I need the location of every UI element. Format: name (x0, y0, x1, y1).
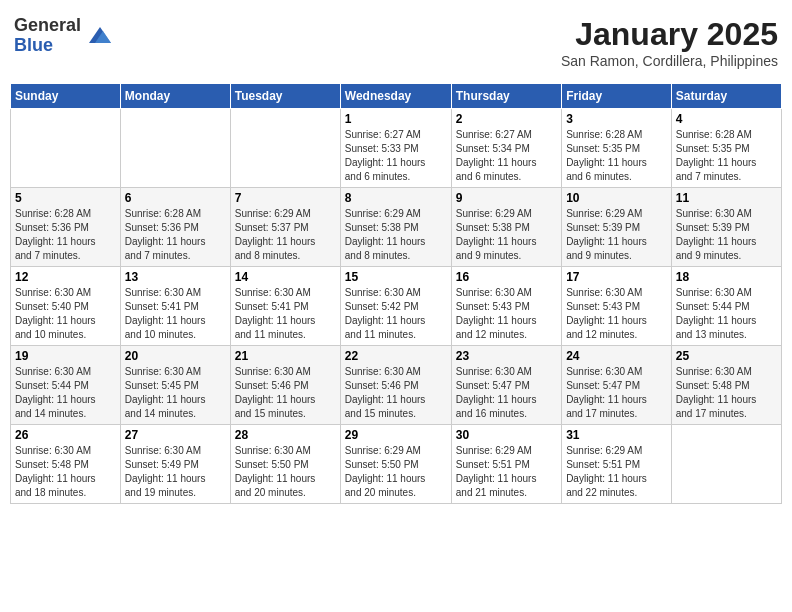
calendar-cell: 12Sunrise: 6:30 AM Sunset: 5:40 PM Dayli… (11, 267, 121, 346)
day-info: Sunrise: 6:30 AM Sunset: 5:40 PM Dayligh… (15, 286, 116, 342)
day-number: 13 (125, 270, 226, 284)
day-info: Sunrise: 6:30 AM Sunset: 5:48 PM Dayligh… (676, 365, 777, 421)
day-number: 10 (566, 191, 667, 205)
day-info: Sunrise: 6:30 AM Sunset: 5:44 PM Dayligh… (15, 365, 116, 421)
day-number: 3 (566, 112, 667, 126)
calendar-cell: 24Sunrise: 6:30 AM Sunset: 5:47 PM Dayli… (562, 346, 672, 425)
day-info: Sunrise: 6:30 AM Sunset: 5:48 PM Dayligh… (15, 444, 116, 500)
day-number: 1 (345, 112, 447, 126)
calendar-cell: 29Sunrise: 6:29 AM Sunset: 5:50 PM Dayli… (340, 425, 451, 504)
calendar-cell: 21Sunrise: 6:30 AM Sunset: 5:46 PM Dayli… (230, 346, 340, 425)
calendar-cell (671, 425, 781, 504)
day-number: 24 (566, 349, 667, 363)
calendar-cell: 10Sunrise: 6:29 AM Sunset: 5:39 PM Dayli… (562, 188, 672, 267)
calendar-cell: 15Sunrise: 6:30 AM Sunset: 5:42 PM Dayli… (340, 267, 451, 346)
day-number: 27 (125, 428, 226, 442)
calendar-header-row: Sunday Monday Tuesday Wednesday Thursday… (11, 84, 782, 109)
calendar-cell: 19Sunrise: 6:30 AM Sunset: 5:44 PM Dayli… (11, 346, 121, 425)
calendar-cell (11, 109, 121, 188)
col-monday: Monday (120, 84, 230, 109)
day-info: Sunrise: 6:27 AM Sunset: 5:33 PM Dayligh… (345, 128, 447, 184)
day-info: Sunrise: 6:29 AM Sunset: 5:51 PM Dayligh… (566, 444, 667, 500)
calendar-cell: 31Sunrise: 6:29 AM Sunset: 5:51 PM Dayli… (562, 425, 672, 504)
day-info: Sunrise: 6:29 AM Sunset: 5:51 PM Dayligh… (456, 444, 557, 500)
day-number: 12 (15, 270, 116, 284)
day-info: Sunrise: 6:28 AM Sunset: 5:35 PM Dayligh… (676, 128, 777, 184)
logo-icon (85, 21, 115, 51)
calendar-cell: 27Sunrise: 6:30 AM Sunset: 5:49 PM Dayli… (120, 425, 230, 504)
day-info: Sunrise: 6:29 AM Sunset: 5:50 PM Dayligh… (345, 444, 447, 500)
calendar-table: Sunday Monday Tuesday Wednesday Thursday… (10, 83, 782, 504)
calendar-week-5: 26Sunrise: 6:30 AM Sunset: 5:48 PM Dayli… (11, 425, 782, 504)
day-number: 19 (15, 349, 116, 363)
col-friday: Friday (562, 84, 672, 109)
day-info: Sunrise: 6:30 AM Sunset: 5:50 PM Dayligh… (235, 444, 336, 500)
month-title: January 2025 (561, 16, 778, 53)
day-info: Sunrise: 6:30 AM Sunset: 5:41 PM Dayligh… (125, 286, 226, 342)
day-info: Sunrise: 6:27 AM Sunset: 5:34 PM Dayligh… (456, 128, 557, 184)
col-sunday: Sunday (11, 84, 121, 109)
day-info: Sunrise: 6:28 AM Sunset: 5:35 PM Dayligh… (566, 128, 667, 184)
calendar-cell: 3Sunrise: 6:28 AM Sunset: 5:35 PM Daylig… (562, 109, 672, 188)
day-number: 11 (676, 191, 777, 205)
day-number: 6 (125, 191, 226, 205)
col-wednesday: Wednesday (340, 84, 451, 109)
calendar-cell: 11Sunrise: 6:30 AM Sunset: 5:39 PM Dayli… (671, 188, 781, 267)
day-info: Sunrise: 6:30 AM Sunset: 5:41 PM Dayligh… (235, 286, 336, 342)
calendar-week-4: 19Sunrise: 6:30 AM Sunset: 5:44 PM Dayli… (11, 346, 782, 425)
day-number: 15 (345, 270, 447, 284)
calendar-cell: 25Sunrise: 6:30 AM Sunset: 5:48 PM Dayli… (671, 346, 781, 425)
day-number: 21 (235, 349, 336, 363)
calendar-cell: 5Sunrise: 6:28 AM Sunset: 5:36 PM Daylig… (11, 188, 121, 267)
day-number: 18 (676, 270, 777, 284)
day-number: 29 (345, 428, 447, 442)
calendar-cell: 6Sunrise: 6:28 AM Sunset: 5:36 PM Daylig… (120, 188, 230, 267)
day-info: Sunrise: 6:28 AM Sunset: 5:36 PM Dayligh… (125, 207, 226, 263)
day-number: 9 (456, 191, 557, 205)
calendar-cell: 20Sunrise: 6:30 AM Sunset: 5:45 PM Dayli… (120, 346, 230, 425)
title-area: January 2025 San Ramon, Cordillera, Phil… (561, 16, 778, 69)
day-info: Sunrise: 6:30 AM Sunset: 5:46 PM Dayligh… (345, 365, 447, 421)
col-saturday: Saturday (671, 84, 781, 109)
calendar-cell: 9Sunrise: 6:29 AM Sunset: 5:38 PM Daylig… (451, 188, 561, 267)
calendar-cell: 1Sunrise: 6:27 AM Sunset: 5:33 PM Daylig… (340, 109, 451, 188)
calendar-cell: 7Sunrise: 6:29 AM Sunset: 5:37 PM Daylig… (230, 188, 340, 267)
day-info: Sunrise: 6:30 AM Sunset: 5:49 PM Dayligh… (125, 444, 226, 500)
day-number: 20 (125, 349, 226, 363)
calendar-cell: 14Sunrise: 6:30 AM Sunset: 5:41 PM Dayli… (230, 267, 340, 346)
calendar-cell (120, 109, 230, 188)
page-header: General Blue January 2025 San Ramon, Cor… (10, 10, 782, 75)
day-info: Sunrise: 6:30 AM Sunset: 5:44 PM Dayligh… (676, 286, 777, 342)
day-number: 17 (566, 270, 667, 284)
day-info: Sunrise: 6:30 AM Sunset: 5:45 PM Dayligh… (125, 365, 226, 421)
day-info: Sunrise: 6:30 AM Sunset: 5:47 PM Dayligh… (566, 365, 667, 421)
day-number: 7 (235, 191, 336, 205)
location-text: San Ramon, Cordillera, Philippines (561, 53, 778, 69)
day-info: Sunrise: 6:29 AM Sunset: 5:38 PM Dayligh… (456, 207, 557, 263)
day-number: 26 (15, 428, 116, 442)
calendar-cell: 13Sunrise: 6:30 AM Sunset: 5:41 PM Dayli… (120, 267, 230, 346)
calendar-cell: 8Sunrise: 6:29 AM Sunset: 5:38 PM Daylig… (340, 188, 451, 267)
col-tuesday: Tuesday (230, 84, 340, 109)
calendar-cell: 28Sunrise: 6:30 AM Sunset: 5:50 PM Dayli… (230, 425, 340, 504)
day-info: Sunrise: 6:30 AM Sunset: 5:39 PM Dayligh… (676, 207, 777, 263)
calendar-week-2: 5Sunrise: 6:28 AM Sunset: 5:36 PM Daylig… (11, 188, 782, 267)
day-number: 23 (456, 349, 557, 363)
day-number: 4 (676, 112, 777, 126)
calendar-cell: 17Sunrise: 6:30 AM Sunset: 5:43 PM Dayli… (562, 267, 672, 346)
day-info: Sunrise: 6:30 AM Sunset: 5:47 PM Dayligh… (456, 365, 557, 421)
day-info: Sunrise: 6:29 AM Sunset: 5:39 PM Dayligh… (566, 207, 667, 263)
day-number: 14 (235, 270, 336, 284)
calendar-week-1: 1Sunrise: 6:27 AM Sunset: 5:33 PM Daylig… (11, 109, 782, 188)
day-number: 2 (456, 112, 557, 126)
day-number: 30 (456, 428, 557, 442)
day-number: 25 (676, 349, 777, 363)
day-number: 31 (566, 428, 667, 442)
col-thursday: Thursday (451, 84, 561, 109)
calendar-cell: 22Sunrise: 6:30 AM Sunset: 5:46 PM Dayli… (340, 346, 451, 425)
day-info: Sunrise: 6:28 AM Sunset: 5:36 PM Dayligh… (15, 207, 116, 263)
day-info: Sunrise: 6:30 AM Sunset: 5:43 PM Dayligh… (456, 286, 557, 342)
day-number: 8 (345, 191, 447, 205)
day-info: Sunrise: 6:30 AM Sunset: 5:42 PM Dayligh… (345, 286, 447, 342)
logo-general-text: General (14, 16, 81, 36)
